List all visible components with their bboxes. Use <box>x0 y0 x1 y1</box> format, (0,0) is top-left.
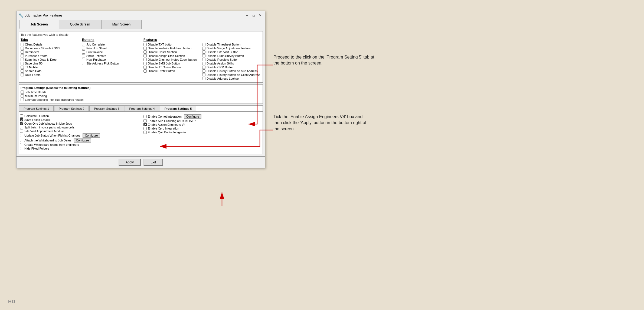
features-area: Features Disable TXT button Disable Webs… <box>143 38 261 81</box>
tab-main-screen[interactable]: Main Screen <box>101 20 142 29</box>
checkbox-disable-txt[interactable] <box>143 43 147 46</box>
ps5-left: Calculate Duration Save Failed Emails Op… <box>20 114 138 151</box>
checkbox-disable-costs[interactable] <box>143 50 147 54</box>
top-section: Tick the features you wish to disable Ta… <box>19 31 263 83</box>
checkbox-reminders[interactable] <box>21 50 24 54</box>
checkbox-disable-engineer-notes-zoom[interactable] <box>143 58 147 61</box>
list-item: Update Job Status When Picklist Changes … <box>20 133 138 138</box>
list-item: Disable History Button on Client Address <box>202 73 261 76</box>
checkbox-new-purchase[interactable] <box>82 58 85 61</box>
checkbox-job-complete[interactable] <box>82 43 85 46</box>
list-item: Disable TXT button <box>143 43 202 46</box>
checkbox-site-visit-appt[interactable] <box>20 130 23 133</box>
ps-tab-2[interactable]: Program Settings 2 <box>54 106 89 111</box>
minimize-button[interactable]: – <box>244 13 250 18</box>
features-col1: Features Disable TXT button Disable Webs… <box>143 38 202 81</box>
features-col2: Features Disable Timesheet Button Disabl… <box>202 38 261 81</box>
checkbox-calculate-duration[interactable] <box>20 114 23 118</box>
ps-tab-5[interactable]: Program Settings 5 <box>160 106 197 111</box>
configure-update-job-status-button[interactable]: Configure <box>83 133 100 138</box>
list-item: Minimum Pricing <box>21 94 261 98</box>
list-item: Enable Quit Books Integration <box>143 131 261 134</box>
checkbox-disable-history-site[interactable] <box>202 69 205 73</box>
checkbox-open-one-job[interactable] <box>20 122 23 125</box>
close-button[interactable]: ✕ <box>257 13 263 18</box>
checkbox-disable-pct-adj[interactable] <box>202 47 205 50</box>
ps-tab-4[interactable]: Program Settings 4 <box>125 106 159 111</box>
checkbox-disable-crm[interactable] <box>202 66 205 69</box>
ps-tabs: Program Settings 1 Program Settings 2 Pr… <box>19 106 263 112</box>
checkbox-scanning[interactable] <box>21 58 24 61</box>
checkbox-site-address-pick[interactable] <box>82 62 85 65</box>
ps-tab-1[interactable]: Program Settings 1 <box>19 106 54 111</box>
tab-quote-screen[interactable]: Quote Screen <box>59 20 101 29</box>
checkbox-data-forms[interactable] <box>21 73 24 76</box>
list-item: Disable Profit Button <box>143 69 202 73</box>
main-window: 🔧 Job Tracker Pro [Features] – □ ✕ Job S… <box>16 11 265 168</box>
list-item: Print Invoice <box>82 50 141 54</box>
checkbox-attach-whiteboard[interactable] <box>20 139 23 142</box>
window-title: Job Tracker Pro [Features] <box>25 14 63 17</box>
checkbox-split-batch[interactable] <box>20 126 23 129</box>
checkbox-disable-drain-survey[interactable] <box>202 54 205 57</box>
ps-tabs-area: Program Settings 1 Program Settings 2 Pr… <box>19 105 263 154</box>
checkbox-disable-timesheet[interactable] <box>202 43 205 46</box>
checkbox-client-details[interactable] <box>21 43 24 46</box>
configure-comet-button[interactable]: Configure <box>184 114 202 119</box>
checkbox-search-data[interactable] <box>21 69 24 73</box>
list-item: Disable Address Lookup <box>202 77 261 80</box>
tab-job-screen[interactable]: Job Screen <box>19 20 59 29</box>
buttons-column-header: Buttons <box>82 38 141 42</box>
checkbox-minimum-pricing[interactable] <box>21 94 24 98</box>
checkbox-disable-site-visit[interactable] <box>202 50 205 54</box>
title-bar-left: 🔧 Job Tracker Pro [Features] <box>19 13 63 18</box>
checkbox-disable-assign-skills[interactable] <box>202 62 205 65</box>
list-item: Disable Site Visit Button <box>202 50 261 54</box>
checkbox-disable-website[interactable] <box>143 47 147 50</box>
checkbox-sage[interactable] <box>21 62 24 65</box>
checkbox-disable-profit[interactable] <box>143 69 147 73</box>
top-section-hint: Tick the features you wish to disable <box>21 33 261 36</box>
list-item: Scanning / Drag N Drop <box>21 58 79 61</box>
checkbox-save-failed-emails[interactable] <box>20 118 23 121</box>
checkbox-print-invoice[interactable] <box>82 50 85 54</box>
list-item: Disable SMS Job Button <box>143 62 202 65</box>
maximize-button[interactable]: □ <box>251 13 256 18</box>
checkbox-disable-jt-online[interactable] <box>143 66 147 69</box>
apply-button[interactable]: Apply <box>119 159 141 166</box>
checkbox-disable-assign-staff[interactable] <box>143 54 147 57</box>
checkbox-create-whiteboard-teams[interactable] <box>20 143 23 146</box>
list-item: Disable Website Field and button <box>143 47 202 50</box>
checkbox-show-estimate[interactable] <box>82 54 85 57</box>
checkbox-disable-address-lookup[interactable] <box>202 77 205 80</box>
ps5-right: Enable Comet Integration Configure Enabl… <box>143 114 261 151</box>
checkbox-job-time-bands[interactable] <box>21 91 24 94</box>
checkbox-disable-history-client[interactable] <box>202 73 205 76</box>
list-item: Client Details <box>21 43 79 46</box>
list-item: Documents / Emails / SMS <box>21 47 79 50</box>
tabs-column-header: Tabs <box>21 38 79 42</box>
list-item: Calculate Duration <box>20 114 138 118</box>
checkbox-disable-sms[interactable] <box>143 62 147 65</box>
ps-tab-3[interactable]: Program Settings 3 <box>89 106 124 111</box>
checkbox-documents[interactable] <box>21 47 24 50</box>
checkbox-disable-receipts[interactable] <box>202 58 205 61</box>
checkbox-update-job-status[interactable] <box>20 134 23 137</box>
columns-row: Tabs Client Details Documents / Emails /… <box>21 38 261 81</box>
checkbox-enable-comet[interactable] <box>143 115 147 118</box>
checkbox-estimate-specific[interactable] <box>21 98 24 101</box>
checkbox-enable-sub-grouping[interactable] <box>143 119 147 122</box>
configure-whiteboard-button[interactable]: Configure <box>74 138 91 143</box>
checkbox-hide-fixed-folders[interactable] <box>20 147 23 150</box>
checkbox-print-job-sheet[interactable] <box>82 47 85 50</box>
list-item: Save Failed Emails <box>20 118 138 121</box>
checkbox-enable-assign-engineers-v4[interactable] <box>143 123 147 126</box>
checkbox-purchase-orders[interactable] <box>21 54 24 57</box>
checkbox-enable-xero[interactable] <box>143 127 147 130</box>
list-item: Job Time Bands <box>21 91 261 94</box>
list-item: Show Estimate <box>82 54 141 57</box>
list-item: Estimate Specific Pick lists (Requires r… <box>21 98 261 101</box>
exit-button[interactable]: Exit <box>143 159 163 166</box>
checkbox-enable-quit-books[interactable] <box>143 131 147 134</box>
checkbox-jt-mobile[interactable] <box>21 66 24 69</box>
